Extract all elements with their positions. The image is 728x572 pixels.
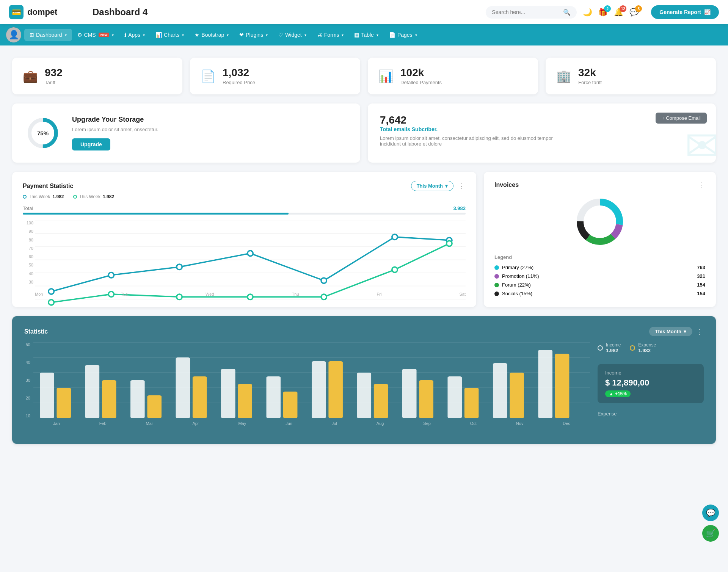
tariff-info: 932 Tariff <box>45 67 63 85</box>
legend-left-promotion: Promotion (11%) <box>494 273 539 279</box>
plugins-icon: ❤ <box>239 32 244 38</box>
statistic-menu-button[interactable]: ⋮ <box>696 328 704 336</box>
nav-item-widget[interactable]: ♡ Widget ▾ <box>273 29 312 41</box>
svg-rect-37 <box>221 369 235 418</box>
x-label-thu: Thu <box>292 292 299 296</box>
nav-label-charts: Charts <box>164 32 179 38</box>
nav-item-table[interactable]: ▦ Table ▾ <box>349 29 383 41</box>
statistic-title: Statistic <box>24 328 48 335</box>
nav-item-pages[interactable]: 📄 Pages ▾ <box>384 29 422 41</box>
payment-legend-row: This Week 1.982 This Week 1.982 <box>23 194 466 199</box>
row3: Payment Statistic This Month ▾ ⋮ This We… <box>12 172 716 307</box>
svg-rect-39 <box>312 361 326 418</box>
statistic-month-label: This Month <box>655 329 681 334</box>
expense-box-title: Expense <box>598 411 704 417</box>
income-badge: ▲ +15% <box>605 390 631 397</box>
nav-item-forms[interactable]: 🖨 Forms ▾ <box>312 29 349 41</box>
detailed-payments-info: 102k Detalled Payments <box>400 67 442 85</box>
search-input[interactable] <box>492 9 560 15</box>
cms-icon: ⚙ <box>77 32 82 38</box>
bootstrap-arrow: ▾ <box>227 33 229 37</box>
svg-rect-43 <box>493 363 507 418</box>
nav-item-charts[interactable]: 📊 Charts ▾ <box>150 29 189 41</box>
income-legend: Income 1.982 <box>598 342 621 353</box>
logo: 💳 dompet <box>9 5 77 19</box>
svg-rect-56 <box>555 354 570 418</box>
svg-rect-52 <box>374 384 388 418</box>
statistic-month-button[interactable]: This Month ▾ <box>649 327 692 336</box>
svg-rect-35 <box>130 380 145 418</box>
detailed-payments-icon: 📊 <box>378 69 394 83</box>
invoices-card: Invoices ⋮ Leg <box>484 172 716 307</box>
payment-menu-button[interactable]: ⋮ <box>458 182 466 190</box>
x-label-fri: Fri <box>377 292 382 296</box>
expense-legend-val: 1.982 <box>638 348 656 353</box>
detailed-payments-value: 102k <box>400 67 442 79</box>
expense-legend-label: Expense <box>638 342 656 348</box>
month-select-button[interactable]: This Month ▾ <box>411 181 453 191</box>
floating-buttons: 💬 🛒 <box>702 505 719 542</box>
widget-arrow: ▾ <box>304 33 306 37</box>
forms-icon: 🖨 <box>317 32 322 38</box>
row2: 75% Upgrade Your Storage Lorem ipsum dol… <box>12 103 716 163</box>
svg-point-11 <box>177 264 182 270</box>
apps-icon: ℹ <box>124 32 126 38</box>
svg-point-14 <box>392 234 397 240</box>
email-subtitle: Total emails Subcriber. <box>380 126 704 132</box>
invoices-header: Invoices ⋮ <box>494 181 705 189</box>
upgrade-button[interactable]: Upgrade <box>72 138 110 150</box>
svg-point-21 <box>392 267 397 272</box>
forms-arrow: ▾ <box>342 33 344 37</box>
total-val: 3.982 <box>453 205 466 211</box>
invoices-menu-button[interactable]: ⋮ <box>698 181 705 189</box>
expense-section: Expense <box>598 411 704 418</box>
nav-avatar: 👤 <box>6 27 21 42</box>
nav-item-bootstrap[interactable]: ★ Bootstrap ▾ <box>189 29 234 41</box>
legend-week1-val: 1.982 <box>52 194 64 199</box>
email-background-icon: ✉ <box>685 122 716 163</box>
nav-item-cms[interactable]: ⚙ CMS New ▾ <box>72 29 119 41</box>
svg-rect-41 <box>402 369 417 418</box>
svg-rect-36 <box>176 357 190 418</box>
stat-cards: 💼 932 Tariff 📄 1,032 Required Price 📊 10… <box>12 58 716 94</box>
payment-progress-bar <box>23 213 466 215</box>
bar-xaxis: JanFebMarAprMayJun JulAugSepOctNovDec <box>33 421 590 426</box>
chat-button[interactable]: 💬 5 <box>629 8 639 17</box>
storage-description: Lorem ipsum dolor sit amet, onsectetur. <box>72 127 158 132</box>
chat-fab-button[interactable]: 💬 <box>702 505 719 521</box>
nav-label-dashboard: Dashboard <box>36 32 62 38</box>
legend-left-primary: Primary (27%) <box>494 265 533 270</box>
legend-color-primary <box>494 265 499 270</box>
nav-item-dashboard[interactable]: ⊞ Dashboard ▾ <box>24 29 72 41</box>
svg-rect-51 <box>328 361 343 418</box>
nav-label-plugins: Plugins <box>246 32 263 38</box>
income-expense-legend: Income 1.982 Expense 1.982 <box>598 342 704 353</box>
payment-controls: This Month ▾ ⋮ <box>411 181 466 191</box>
gift-button[interactable]: 🎁 2 <box>598 8 608 17</box>
nav-label-forms: Forms <box>324 32 339 38</box>
month-select-arrow: ▾ <box>445 183 448 189</box>
nav-label-cms: CMS <box>84 32 96 38</box>
x-label-tue: Tue <box>121 292 128 296</box>
invoices-title: Invoices <box>494 182 519 188</box>
stat-card-force-tariff: 🏢 32k Force tariff <box>546 58 716 94</box>
required-price-info: 1,032 Required Price <box>223 67 255 85</box>
cart-fab-button[interactable]: 🛒 <box>702 525 719 542</box>
pages-arrow: ▾ <box>415 33 417 37</box>
dark-mode-button[interactable]: 🌙 <box>583 8 592 17</box>
total-label: Total <box>23 205 33 211</box>
generate-report-button[interactable]: Generate Report 📈 <box>651 5 719 19</box>
widget-icon: ♡ <box>278 32 283 38</box>
bell-button[interactable]: 🔔 12 <box>614 8 623 17</box>
chart-xaxis: Mon Tue Wed Thu Fri Sat <box>35 292 466 296</box>
main-content: 💼 932 Tariff 📄 1,032 Required Price 📊 10… <box>0 45 728 456</box>
income-legend-val: 1.982 <box>606 348 621 353</box>
detailed-payments-label: Detalled Payments <box>400 80 442 85</box>
nav-item-plugins[interactable]: ❤ Plugins ▾ <box>234 29 273 41</box>
nav-label-bootstrap: Bootstrap <box>201 32 224 38</box>
report-icon: 📈 <box>704 9 711 15</box>
svg-rect-49 <box>238 384 252 418</box>
payment-card: Payment Statistic This Month ▾ ⋮ This We… <box>12 172 476 307</box>
nav-item-apps[interactable]: ℹ Apps ▾ <box>119 29 150 41</box>
bootstrap-icon: ★ <box>195 32 199 38</box>
